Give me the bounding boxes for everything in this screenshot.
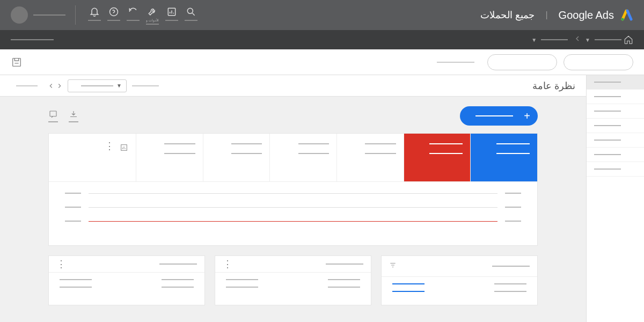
card-row bbox=[392, 283, 526, 284]
chevron-left-icon bbox=[47, 82, 55, 90]
top-bar: Google Ads | جميع الحملات الأدوات والإعد… bbox=[0, 0, 644, 30]
page-title: نظرة عامة bbox=[532, 80, 575, 92]
summary-card: ⋮ bbox=[48, 255, 205, 305]
action-row: + bbox=[48, 106, 538, 126]
reports-icon[interactable] bbox=[163, 5, 181, 21]
bell-icon[interactable] bbox=[85, 5, 104, 21]
toolbar bbox=[0, 49, 644, 75]
sidebar-item[interactable] bbox=[587, 133, 644, 148]
chart-gridline bbox=[65, 207, 521, 208]
sub-label bbox=[11, 39, 54, 40]
metric-tile[interactable] bbox=[404, 134, 471, 181]
home-icon[interactable] bbox=[624, 35, 633, 45]
more-icon[interactable]: ⋮ bbox=[105, 143, 114, 149]
card-row bbox=[226, 287, 360, 288]
card-row bbox=[60, 287, 194, 288]
summary-card bbox=[381, 255, 538, 305]
filter-icon[interactable] bbox=[389, 261, 397, 271]
refresh-icon[interactable] bbox=[124, 5, 142, 21]
avatar[interactable] bbox=[11, 6, 28, 24]
divider bbox=[75, 5, 76, 25]
svg-rect-5 bbox=[50, 111, 56, 116]
account-label bbox=[33, 14, 65, 16]
plus-icon: + bbox=[524, 110, 530, 122]
metric-tile[interactable] bbox=[470, 134, 537, 181]
chart-gridline bbox=[65, 193, 521, 194]
date-nav[interactable] bbox=[47, 82, 63, 90]
metric-tile[interactable] bbox=[336, 134, 404, 181]
more-icon[interactable]: ⋮ bbox=[223, 261, 232, 267]
card-title bbox=[159, 264, 197, 265]
card-row bbox=[392, 291, 526, 292]
dropdown[interactable]: ▼ bbox=[68, 79, 127, 92]
card-row bbox=[60, 279, 194, 280]
new-campaign-button[interactable]: + bbox=[460, 106, 538, 126]
breadcrumb-bar: ▼ ▼ bbox=[0, 30, 644, 49]
header-tools: الأدوات والإعدادات bbox=[85, 5, 200, 25]
breadcrumb-item[interactable]: ▼ bbox=[585, 37, 621, 43]
filter-pill[interactable] bbox=[487, 54, 557, 70]
sidebar-item[interactable] bbox=[587, 162, 644, 177]
svg-rect-4 bbox=[13, 58, 21, 66]
sidebar-item[interactable] bbox=[587, 119, 644, 133]
download-icon[interactable] bbox=[69, 109, 78, 122]
chart-gridline bbox=[65, 221, 521, 222]
sidebar-item[interactable] bbox=[587, 148, 644, 162]
account-area[interactable] bbox=[11, 6, 65, 24]
google-ads-logo-icon bbox=[620, 9, 633, 21]
help-icon[interactable] bbox=[105, 5, 123, 21]
feedback-icon[interactable] bbox=[48, 109, 58, 122]
tab-bar: نظرة عامة ▼ bbox=[0, 75, 586, 97]
card-title bbox=[326, 264, 363, 265]
sidebar bbox=[586, 75, 644, 322]
tab-label bbox=[16, 85, 38, 86]
metric-tile[interactable]: ⋮ bbox=[49, 134, 136, 181]
card-title bbox=[492, 266, 530, 267]
tab-label bbox=[132, 85, 159, 86]
divider: | bbox=[545, 10, 547, 20]
brand-label: Google Ads bbox=[559, 9, 614, 21]
sidebar-item[interactable] bbox=[587, 75, 644, 90]
card-row bbox=[226, 279, 360, 280]
sidebar-item[interactable] bbox=[587, 104, 644, 119]
metric-tile[interactable] bbox=[269, 134, 336, 181]
campaigns-label[interactable]: جميع الحملات bbox=[480, 9, 535, 21]
save-icon[interactable] bbox=[11, 56, 23, 68]
sidebar-item[interactable] bbox=[587, 90, 644, 104]
tools-icon[interactable]: الأدوات والإعدادات bbox=[143, 5, 162, 25]
breadcrumb-item[interactable]: ▼ bbox=[531, 37, 568, 43]
search-icon[interactable] bbox=[182, 5, 200, 21]
chart-icon[interactable] bbox=[120, 143, 128, 154]
metric-tile[interactable] bbox=[203, 134, 270, 181]
chevron-left-icon bbox=[573, 34, 582, 45]
toolbar-label bbox=[437, 62, 474, 63]
metric-tile[interactable] bbox=[136, 134, 203, 181]
filter-pill[interactable] bbox=[564, 54, 633, 70]
svg-point-0 bbox=[621, 18, 624, 21]
overview-card: ⋮ bbox=[48, 133, 538, 246]
summary-card: ⋮ bbox=[215, 255, 371, 305]
more-icon[interactable]: ⋮ bbox=[56, 261, 66, 267]
chevron-right-icon bbox=[56, 82, 63, 90]
svg-point-1 bbox=[187, 8, 193, 13]
